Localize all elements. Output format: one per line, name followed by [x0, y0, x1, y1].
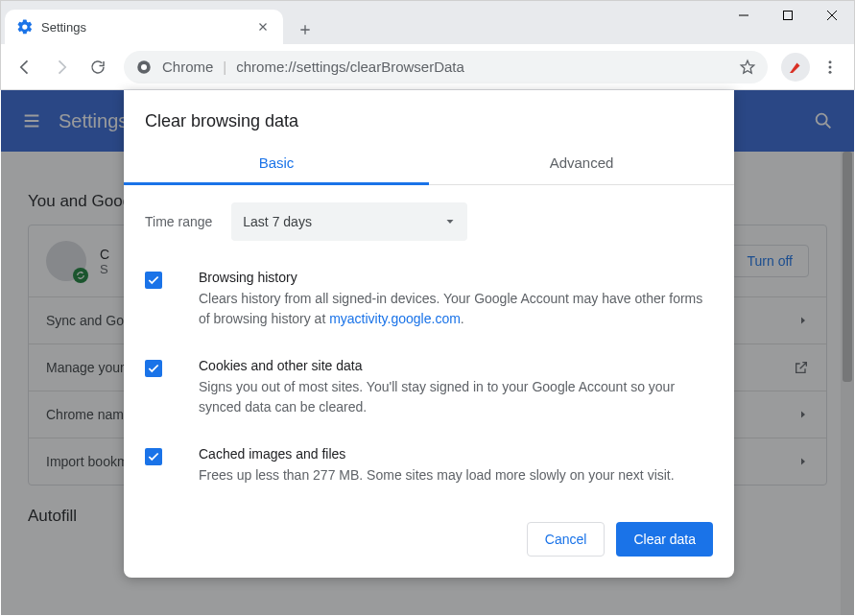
svg-point-2 [141, 64, 147, 70]
gear-icon [16, 18, 34, 36]
option-desc: Signs you out of most sites. You'll stay… [199, 377, 713, 417]
reload-button[interactable] [82, 51, 114, 83]
option-browsing-history: Browsing history Clears history from all… [145, 258, 713, 346]
time-range-row: Time range Last 7 days [145, 202, 713, 241]
time-range-value: Last 7 days [243, 214, 312, 229]
cancel-button[interactable]: Cancel [527, 522, 606, 557]
tab-advanced[interactable]: Advanced [429, 141, 734, 184]
tab-title: Settings [41, 20, 247, 35]
svg-point-4 [829, 65, 832, 68]
address-bar[interactable]: Chrome | chrome://settings/clearBrowserD… [124, 51, 768, 83]
browser-tab-settings[interactable]: Settings [5, 10, 283, 44]
browser-menu-button[interactable] [814, 51, 846, 83]
window-controls [722, 1, 854, 30]
new-tab-button[interactable] [291, 15, 320, 44]
omnibox-separator: | [223, 59, 226, 75]
clear-data-button[interactable]: Clear data [616, 522, 713, 557]
bookmark-star-icon[interactable] [739, 59, 756, 76]
back-button[interactable] [9, 51, 41, 83]
clear-browsing-data-dialog: Clear browsing data Basic Advanced Time … [124, 90, 734, 578]
tab-basic[interactable]: Basic [124, 141, 429, 184]
checkbox-browsing-history[interactable] [145, 272, 162, 289]
option-cookies: Cookies and other site data Signs you ou… [145, 346, 713, 435]
svg-rect-0 [784, 12, 793, 20]
chevron-down-icon [444, 216, 456, 227]
checkbox-cache[interactable] [145, 448, 162, 465]
dialog-title: Clear browsing data [124, 90, 734, 141]
time-range-label: Time range [145, 214, 212, 229]
option-cache: Cached images and files Frees up less th… [145, 435, 713, 503]
option-title: Cookies and other site data [199, 358, 713, 373]
window-titlebar: Settings [0, 0, 855, 44]
option-desc: Clears history from all signed-in device… [199, 289, 713, 329]
chrome-page-icon [135, 59, 153, 76]
page-content: Settings You and Google C S Turn off [1, 90, 854, 615]
option-desc: Frees up less than 277 MB. Some sites ma… [199, 465, 675, 486]
myactivity-link[interactable]: myactivity.google.com [329, 311, 461, 326]
time-range-select[interactable]: Last 7 days [231, 202, 467, 241]
omnibox-path: chrome://settings/clearBrowserData [236, 59, 464, 75]
profile-avatar-button[interactable] [781, 53, 810, 82]
omnibox-text: Chrome | chrome://settings/clearBrowserD… [162, 59, 464, 75]
option-title: Browsing history [199, 270, 713, 285]
close-tab-button[interactable] [254, 18, 272, 36]
tab-strip: Settings [1, 1, 320, 44]
dialog-footer: Cancel Clear data [124, 509, 734, 578]
checkbox-cookies[interactable] [145, 360, 162, 377]
close-window-button[interactable] [810, 1, 854, 30]
maximize-button[interactable] [766, 1, 810, 30]
dialog-body: Time range Last 7 days Browsing history … [124, 185, 734, 509]
minimize-button[interactable] [722, 1, 766, 30]
browser-toolbar: Chrome | chrome://settings/clearBrowserD… [0, 44, 855, 90]
svg-point-3 [829, 60, 832, 63]
option-title: Cached images and files [199, 446, 675, 462]
omnibox-origin: Chrome [162, 59, 213, 75]
forward-button[interactable] [45, 51, 78, 83]
svg-point-5 [829, 70, 832, 73]
dialog-tabs: Basic Advanced [124, 141, 734, 185]
